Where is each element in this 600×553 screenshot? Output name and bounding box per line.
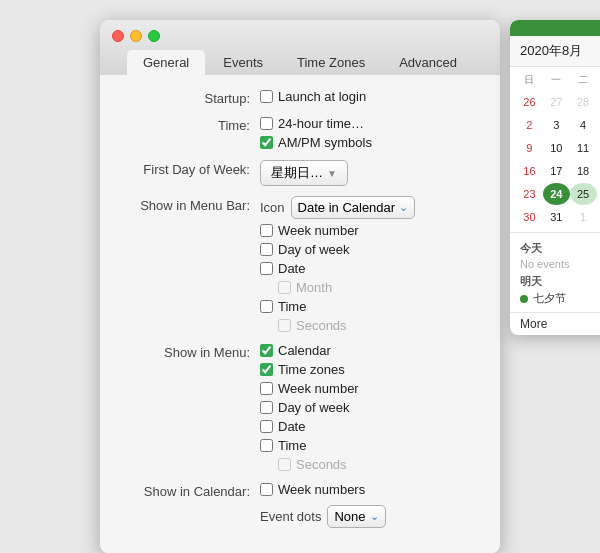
cal-day[interactable]: 11 bbox=[570, 137, 597, 159]
calendar-month-title: 2020年8月 bbox=[520, 42, 582, 60]
first-day-value: 星期日… bbox=[271, 164, 323, 182]
event-item[interactable]: 七夕节 bbox=[520, 291, 600, 306]
seconds-menu-label: Seconds bbox=[296, 318, 347, 333]
time-menu-checkbox[interactable] bbox=[260, 300, 273, 313]
tab-time-zones[interactable]: Time Zones bbox=[281, 50, 381, 75]
tab-bar: General Events Time Zones Advanced bbox=[112, 50, 488, 75]
time-menu-row: Time bbox=[260, 299, 415, 314]
ampm-label: AM/PM symbols bbox=[278, 135, 372, 150]
date-smenu-checkbox[interactable] bbox=[260, 420, 273, 433]
month-menu-checkbox[interactable] bbox=[278, 281, 291, 294]
time-label: Time: bbox=[120, 116, 260, 133]
calendar-app-icon: 24 bbox=[510, 20, 600, 36]
weekday-tue: 二 bbox=[570, 71, 597, 89]
calendar-days: 26 27 28 29 30 31 1 2 3 4 5 6 7 8 9 10 1… bbox=[516, 91, 600, 228]
tab-general[interactable]: General bbox=[127, 50, 205, 75]
cal-day[interactable]: 3 bbox=[543, 114, 570, 136]
cal-day[interactable]: 9 bbox=[516, 137, 543, 159]
cal-day[interactable]: 4 bbox=[570, 114, 597, 136]
cal-day[interactable]: 19 bbox=[597, 160, 600, 182]
week-number-menu-row: Week number bbox=[260, 223, 415, 238]
week-number-menu-checkbox[interactable] bbox=[260, 224, 273, 237]
first-day-row: First Day of Week: 星期日… ▼ bbox=[120, 160, 480, 186]
cal-day[interactable]: 25 bbox=[570, 183, 597, 205]
show-in-calendar-controls: Week numbers Event dots None ⌄ bbox=[260, 482, 386, 528]
week-numbers-cal-checkbox[interactable] bbox=[260, 483, 273, 496]
calendar-menu-checkbox[interactable] bbox=[260, 344, 273, 357]
month-menu-label: Month bbox=[296, 280, 332, 295]
cal-day[interactable]: 26 bbox=[516, 91, 543, 113]
day-of-week-menu-checkbox[interactable] bbox=[260, 243, 273, 256]
event-dots-label: Event dots bbox=[260, 509, 321, 524]
calendar-more-row[interactable]: More ▶ bbox=[510, 312, 600, 335]
time-zones-menu-checkbox[interactable] bbox=[260, 363, 273, 376]
date-menu-checkbox[interactable] bbox=[260, 262, 273, 275]
month-menu-row: Month bbox=[260, 280, 415, 295]
minimize-button[interactable] bbox=[130, 30, 142, 42]
maximize-button[interactable] bbox=[148, 30, 160, 42]
cal-day[interactable]: 12 bbox=[597, 137, 600, 159]
event-dots-row: Event dots None ⌄ bbox=[260, 505, 386, 528]
cal-day[interactable]: 17 bbox=[543, 160, 570, 182]
cal-day[interactable]: 31 bbox=[543, 206, 570, 228]
event-dots-value: None bbox=[334, 509, 365, 524]
cal-day[interactable]: 29 bbox=[597, 91, 600, 113]
date-menu-label: Date bbox=[278, 261, 305, 276]
cal-day-today[interactable]: 24 bbox=[543, 183, 570, 205]
tomorrow-label: 明天 bbox=[520, 274, 600, 289]
title-bar: General Events Time Zones Advanced bbox=[100, 20, 500, 75]
cal-day[interactable]: 2 bbox=[597, 206, 600, 228]
calendar-grid: 日 一 二 三 四 五 六 26 27 28 29 30 31 1 2 3 4 bbox=[510, 67, 600, 232]
event-name: 七夕节 bbox=[533, 291, 566, 306]
first-day-controls: 星期日… ▼ bbox=[260, 160, 348, 186]
cal-day[interactable]: 10 bbox=[543, 137, 570, 159]
seconds-smenu-checkbox[interactable] bbox=[278, 458, 291, 471]
seconds-smenu-label: Seconds bbox=[296, 457, 347, 472]
cal-day[interactable]: 5 bbox=[597, 114, 600, 136]
weekday-wed: 三 bbox=[597, 71, 600, 89]
calendar-menu-label: Calendar bbox=[278, 343, 331, 358]
cal-day[interactable]: 18 bbox=[570, 160, 597, 182]
icon-dropdown-row: Icon Date in Calendar ⌄ bbox=[260, 196, 415, 219]
day-of-week-smenu-checkbox[interactable] bbox=[260, 401, 273, 414]
time-smenu-label: Time bbox=[278, 438, 306, 453]
today-label: 今天 bbox=[520, 241, 600, 256]
chevron-down-icon: ▼ bbox=[327, 168, 337, 179]
first-day-button[interactable]: 星期日… ▼ bbox=[260, 160, 348, 186]
close-button[interactable] bbox=[112, 30, 124, 42]
dropdown-arrow-icon: ⌄ bbox=[399, 201, 408, 214]
cal-day[interactable]: 30 bbox=[516, 206, 543, 228]
week-number-smenu-label: Week number bbox=[278, 381, 359, 396]
startup-controls: Launch at login bbox=[260, 89, 366, 104]
startup-label: Startup: bbox=[120, 89, 260, 106]
time-row: Time: 24-hour time… AM/PM symbols bbox=[120, 116, 480, 150]
time-smenu-checkbox[interactable] bbox=[260, 439, 273, 452]
menu-bar-row: Show in Menu Bar: Icon Date in Calendar … bbox=[120, 196, 480, 333]
preferences-content: Startup: Launch at login Time: 24-hour t… bbox=[100, 75, 500, 553]
dropdown-value: Date in Calendar bbox=[298, 200, 396, 215]
show-in-menu-label: Show in Menu: bbox=[120, 343, 260, 360]
day-of-week-smenu-label: Day of week bbox=[278, 400, 350, 415]
tab-advanced[interactable]: Advanced bbox=[383, 50, 473, 75]
week-number-smenu-checkbox[interactable] bbox=[260, 382, 273, 395]
tab-events[interactable]: Events bbox=[207, 50, 279, 75]
cal-day[interactable]: 27 bbox=[543, 91, 570, 113]
cal-day[interactable]: 1 bbox=[570, 206, 597, 228]
event-dots-dropdown[interactable]: None ⌄ bbox=[327, 505, 385, 528]
date-smenu-label: Date bbox=[278, 419, 305, 434]
time-menu-label: Time bbox=[278, 299, 306, 314]
cal-day[interactable]: 23 bbox=[516, 183, 543, 205]
cal-day[interactable]: 26 bbox=[597, 183, 600, 205]
launch-at-login-checkbox[interactable] bbox=[260, 90, 273, 103]
weekday-mon: 一 bbox=[543, 71, 570, 89]
hour24-checkbox[interactable] bbox=[260, 117, 273, 130]
cal-day[interactable]: 2 bbox=[516, 114, 543, 136]
day-of-week-menu-label: Day of week bbox=[278, 242, 350, 257]
ampm-checkbox[interactable] bbox=[260, 136, 273, 149]
cal-day[interactable]: 16 bbox=[516, 160, 543, 182]
weekday-sun: 日 bbox=[516, 71, 543, 89]
date-in-calendar-dropdown[interactable]: Date in Calendar ⌄ bbox=[291, 196, 416, 219]
seconds-menu-checkbox[interactable] bbox=[278, 319, 291, 332]
ampm-row: AM/PM symbols bbox=[260, 135, 372, 150]
cal-day[interactable]: 28 bbox=[570, 91, 597, 113]
